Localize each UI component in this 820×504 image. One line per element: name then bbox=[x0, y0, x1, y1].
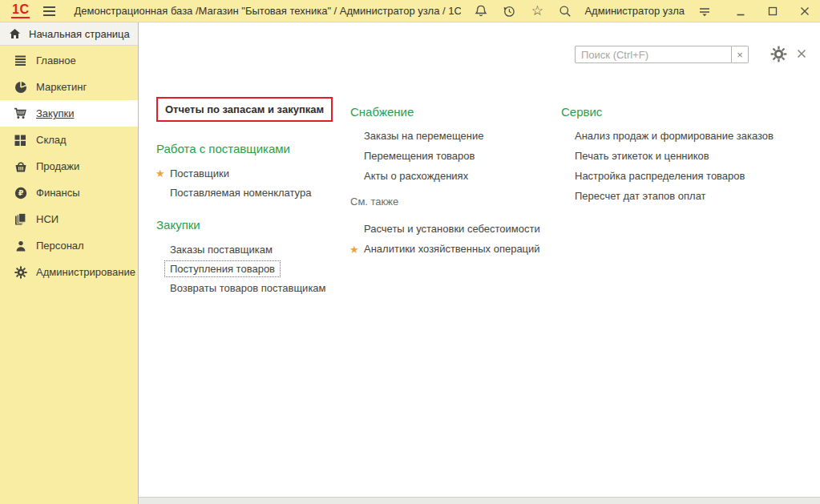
command-link-label: Анализ продаж и формирование заказов bbox=[575, 130, 774, 142]
pie-chart-icon bbox=[14, 81, 27, 94]
panel-close-icon[interactable] bbox=[797, 49, 806, 58]
command-link[interactable]: ★ Аналитики хозяйственных операций bbox=[350, 239, 559, 259]
section-header-see-also: См. также bbox=[350, 194, 559, 210]
command-link[interactable]: Возвраты товаров поставщикам bbox=[156, 278, 350, 297]
sidebar-item-label: Персонал bbox=[36, 240, 84, 252]
panel-settings-gear-icon[interactable] bbox=[770, 46, 787, 62]
sections-list-icon bbox=[14, 55, 27, 67]
section-header-purchases: Закупки bbox=[156, 217, 350, 233]
command-link[interactable]: Перемещения товаров bbox=[350, 146, 559, 166]
sidebar-item-prodazhi[interactable]: Продажи bbox=[0, 153, 138, 179]
sidebar-item-administrirovanie[interactable]: Администрирование bbox=[0, 259, 138, 285]
section-header-service: Сервис bbox=[561, 104, 819, 120]
search-box: × bbox=[575, 46, 749, 63]
sidebar-item-glavnoe[interactable]: Главное bbox=[0, 47, 138, 74]
sidebar-item-label: Маркетинг bbox=[36, 81, 87, 93]
close-window-button[interactable] bbox=[798, 4, 812, 18]
command-link[interactable]: Печать этикеток и ценников bbox=[561, 146, 819, 166]
command-link[interactable]: Пересчет дат этапов оплат bbox=[561, 186, 819, 206]
main-menu-burger-icon[interactable] bbox=[42, 6, 56, 17]
sidebar-item-label: Продажи bbox=[36, 160, 79, 172]
section-header-suppliers-work: Работа с поставщиками bbox=[156, 141, 350, 157]
global-search-icon[interactable] bbox=[557, 3, 573, 19]
home-icon bbox=[8, 28, 22, 39]
command-link[interactable]: Заказы на перемещение bbox=[350, 126, 559, 146]
command-link[interactable]: Поставляемая номенклатура bbox=[156, 183, 350, 202]
user-menu-label[interactable]: Администратор узла bbox=[584, 5, 685, 17]
command-link[interactable]: Расчеты и установки себестоимости bbox=[350, 219, 559, 239]
command-link[interactable]: Акты о расхождениях bbox=[350, 166, 559, 186]
command-link-label: Перемещения товаров bbox=[364, 150, 475, 162]
sidebar-item-zakupki[interactable]: Закупки bbox=[0, 100, 138, 127]
gear-icon bbox=[14, 266, 27, 279]
sidebar-home-label: Начальная страница bbox=[29, 28, 130, 40]
1c-logo: 1С bbox=[11, 3, 30, 18]
command-link[interactable]: ★ Поставщики bbox=[156, 163, 350, 183]
search-clear-button[interactable]: × bbox=[732, 46, 749, 63]
sidebar: Начальная страница Главное Маркетинг Зак… bbox=[0, 22, 138, 504]
basket-icon bbox=[14, 160, 27, 172]
maximize-button[interactable] bbox=[765, 4, 780, 18]
bottom-strip bbox=[139, 497, 820, 504]
command-link-label: Заказы поставщикам bbox=[170, 244, 273, 256]
command-link-focused[interactable]: Поступления товаров bbox=[156, 259, 350, 278]
sidebar-item-label: Финансы bbox=[36, 187, 80, 199]
command-link-label: Заказы на перемещение bbox=[364, 130, 483, 142]
ruble-coin-icon: ₽ bbox=[14, 187, 27, 200]
sidebar-item-label: НСИ bbox=[36, 213, 59, 225]
sidebar-item-label: Склад bbox=[36, 134, 67, 146]
reports-stock-purchases-link[interactable]: Отчеты по запасам и закупкам bbox=[156, 97, 333, 122]
panel-column-3: Сервис Анализ продаж и формирование зака… bbox=[561, 104, 819, 206]
sidebar-item-personal[interactable]: Персонал bbox=[0, 232, 138, 259]
minimize-button[interactable] bbox=[733, 4, 748, 18]
command-link-label: Поступления товаров bbox=[164, 260, 281, 277]
command-link-label: Поставщики bbox=[170, 167, 229, 179]
sidebar-item-label: Администрирование bbox=[36, 266, 135, 278]
favorites-star-icon[interactable]: ☆ bbox=[529, 3, 545, 19]
command-link-label: Поставляемая номенклатура bbox=[170, 187, 311, 199]
functions-menu-icon[interactable] bbox=[697, 3, 713, 19]
sidebar-item-sklad[interactable]: Склад bbox=[0, 127, 138, 153]
functions-panel: × Отчеты по запасам и закупкам Работа с … bbox=[138, 22, 820, 504]
command-link-label: Возвраты товаров поставщикам bbox=[170, 282, 326, 294]
svg-text:₽: ₽ bbox=[18, 188, 23, 197]
command-link-label: Пересчет дат этапов оплат bbox=[575, 190, 706, 202]
sidebar-item-marketing[interactable]: Маркетинг bbox=[0, 74, 138, 100]
history-icon[interactable] bbox=[501, 3, 517, 19]
search-input[interactable] bbox=[575, 46, 732, 63]
sidebar-item-finansy[interactable]: ₽ Финансы bbox=[0, 179, 138, 206]
command-link-label: Акты о расхождениях bbox=[364, 170, 468, 182]
titlebar: 1С Демонстрационная база /Магазин "Бытов… bbox=[0, 0, 820, 22]
notifications-bell-icon[interactable] bbox=[473, 3, 489, 19]
panel-column-2: Снабжение Заказы на перемещение Перемеще… bbox=[350, 104, 559, 259]
person-icon bbox=[14, 240, 27, 252]
command-link-label: Аналитики хозяйственных операций bbox=[364, 243, 540, 255]
shopping-cart-icon bbox=[14, 107, 27, 119]
favorite-star-icon[interactable]: ★ bbox=[349, 244, 359, 254]
window-title: Демонстрационная база /Магазин "Бытовая … bbox=[74, 5, 461, 17]
sidebar-item-nsi[interactable]: НСИ bbox=[0, 206, 138, 232]
section-header-supply: Снабжение bbox=[350, 104, 559, 120]
command-link-label: Расчеты и установки себестоимости bbox=[364, 223, 540, 235]
command-link[interactable]: Заказы поставщикам bbox=[156, 240, 350, 259]
sidebar-item-label: Закупки bbox=[36, 107, 74, 119]
command-link-label: Настройка распределения товаров bbox=[575, 170, 745, 182]
command-link[interactable]: Анализ продаж и формирование заказов bbox=[561, 126, 819, 146]
favorite-star-icon[interactable]: ★ bbox=[156, 168, 165, 179]
sidebar-item-label: Главное bbox=[36, 54, 76, 67]
grid-boxes-icon bbox=[14, 135, 27, 146]
panel-column-1: Отчеты по запасам и закупкам Работа с по… bbox=[156, 97, 350, 297]
titlebar-right-cluster: ☆ Администратор узла bbox=[461, 3, 812, 19]
command-link[interactable]: Настройка распределения товаров bbox=[561, 166, 819, 186]
stacked-cards-icon bbox=[14, 213, 27, 225]
command-link-label: Печать этикеток и ценников bbox=[575, 150, 709, 162]
sidebar-item-home[interactable]: Начальная страница bbox=[0, 22, 138, 46]
sidebar-items: Главное Маркетинг Закупки Склад Продажи bbox=[0, 47, 138, 285]
